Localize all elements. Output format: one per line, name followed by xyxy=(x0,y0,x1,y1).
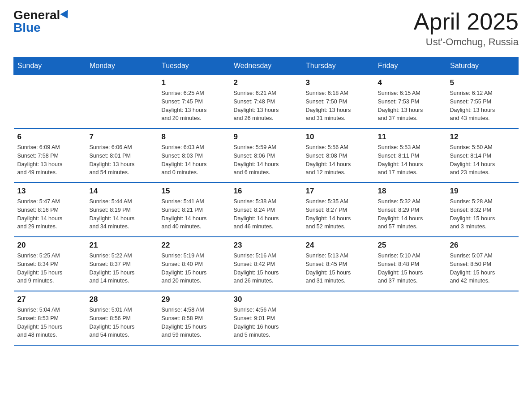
calendar-cell: 26Sunrise: 5:07 AMSunset: 8:50 PMDayligh… xyxy=(446,237,519,291)
day-info: Sunrise: 5:07 AMSunset: 8:50 PMDaylight:… xyxy=(450,252,515,285)
calendar-cell: 15Sunrise: 5:41 AMSunset: 8:21 PMDayligh… xyxy=(158,183,230,237)
day-number: 19 xyxy=(450,187,515,196)
day-number: 24 xyxy=(306,241,371,250)
day-number: 2 xyxy=(234,78,299,87)
calendar-week-4: 20Sunrise: 5:25 AMSunset: 8:34 PMDayligh… xyxy=(14,237,519,291)
day-info: Sunrise: 5:47 AMSunset: 8:16 PMDaylight:… xyxy=(17,197,82,231)
day-info: Sunrise: 5:41 AMSunset: 8:21 PMDaylight:… xyxy=(162,197,227,231)
calendar-cell: 14Sunrise: 5:44 AMSunset: 8:19 PMDayligh… xyxy=(86,183,158,237)
day-info: Sunrise: 6:06 AMSunset: 8:01 PMDaylight:… xyxy=(90,143,154,177)
day-info: Sunrise: 5:32 AMSunset: 8:29 PMDaylight:… xyxy=(378,197,443,231)
day-number: 29 xyxy=(162,295,227,304)
day-number: 11 xyxy=(378,133,443,141)
logo-blue-text: Blue xyxy=(13,21,41,34)
page-header: General Blue April 2025 Ust'-Omchug, Rus… xyxy=(13,9,519,48)
calendar-cell: 9Sunrise: 5:59 AMSunset: 8:06 PMDaylight… xyxy=(230,128,302,183)
day-info: Sunrise: 4:56 AMSunset: 9:01 PMDaylight:… xyxy=(234,306,299,339)
day-info: Sunrise: 5:19 AMSunset: 8:40 PMDaylight:… xyxy=(162,252,227,285)
calendar-cell: 20Sunrise: 5:25 AMSunset: 8:34 PMDayligh… xyxy=(14,237,86,291)
calendar-location: Ust'-Omchug, Russia xyxy=(414,36,519,48)
day-number: 23 xyxy=(234,241,299,250)
day-number: 26 xyxy=(450,241,515,250)
weekday-header-tuesday: Tuesday xyxy=(158,57,230,75)
day-info: Sunrise: 5:04 AMSunset: 8:53 PMDaylight:… xyxy=(17,306,82,339)
day-info: Sunrise: 5:10 AMSunset: 8:48 PMDaylight:… xyxy=(378,252,443,285)
day-number: 30 xyxy=(234,295,299,304)
calendar-cell xyxy=(14,75,86,129)
day-info: Sunrise: 5:53 AMSunset: 8:11 PMDaylight:… xyxy=(378,143,443,177)
day-number: 21 xyxy=(90,241,154,250)
day-info: Sunrise: 5:35 AMSunset: 8:27 PMDaylight:… xyxy=(306,197,371,231)
day-info: Sunrise: 5:44 AMSunset: 8:19 PMDaylight:… xyxy=(90,197,154,231)
calendar-cell xyxy=(302,291,374,345)
weekday-header-wednesday: Wednesday xyxy=(230,57,302,75)
day-number: 28 xyxy=(90,295,154,304)
day-info: Sunrise: 6:03 AMSunset: 8:03 PMDaylight:… xyxy=(162,143,227,177)
calendar-week-1: 1Sunrise: 6:25 AMSunset: 7:45 PMDaylight… xyxy=(14,75,519,129)
calendar-cell: 4Sunrise: 6:15 AMSunset: 7:53 PMDaylight… xyxy=(374,75,446,129)
calendar-cell: 30Sunrise: 4:56 AMSunset: 9:01 PMDayligh… xyxy=(230,291,302,345)
day-info: Sunrise: 5:16 AMSunset: 8:42 PMDaylight:… xyxy=(234,252,299,285)
calendar-cell: 8Sunrise: 6:03 AMSunset: 8:03 PMDaylight… xyxy=(158,128,230,183)
calendar-cell: 28Sunrise: 5:01 AMSunset: 8:56 PMDayligh… xyxy=(86,291,158,345)
day-number: 5 xyxy=(450,78,515,87)
calendar-cell: 27Sunrise: 5:04 AMSunset: 8:53 PMDayligh… xyxy=(14,291,86,345)
day-number: 4 xyxy=(378,78,443,87)
day-info: Sunrise: 5:38 AMSunset: 8:24 PMDaylight:… xyxy=(234,197,299,231)
day-number: 16 xyxy=(234,187,299,196)
day-number: 25 xyxy=(378,241,443,250)
calendar-cell: 23Sunrise: 5:16 AMSunset: 8:42 PMDayligh… xyxy=(230,237,302,291)
day-number: 12 xyxy=(450,133,515,141)
calendar-cell: 6Sunrise: 6:09 AMSunset: 7:58 PMDaylight… xyxy=(14,128,86,183)
day-info: Sunrise: 5:25 AMSunset: 8:34 PMDaylight:… xyxy=(17,252,82,285)
day-info: Sunrise: 5:56 AMSunset: 8:08 PMDaylight:… xyxy=(306,143,371,177)
calendar-body: 1Sunrise: 6:25 AMSunset: 7:45 PMDaylight… xyxy=(14,75,519,346)
day-info: Sunrise: 6:09 AMSunset: 7:58 PMDaylight:… xyxy=(17,143,82,177)
calendar-cell: 21Sunrise: 5:22 AMSunset: 8:37 PMDayligh… xyxy=(86,237,158,291)
calendar-header: SundayMondayTuesdayWednesdayThursdayFrid… xyxy=(14,57,519,75)
logo-triangle-icon xyxy=(60,10,72,21)
day-info: Sunrise: 6:18 AMSunset: 7:50 PMDaylight:… xyxy=(306,89,371,123)
day-info: Sunrise: 5:22 AMSunset: 8:37 PMDaylight:… xyxy=(90,252,154,285)
day-number: 17 xyxy=(306,187,371,196)
day-info: Sunrise: 5:28 AMSunset: 8:32 PMDaylight:… xyxy=(450,197,515,231)
day-number: 10 xyxy=(306,133,371,141)
calendar-cell: 25Sunrise: 5:10 AMSunset: 8:48 PMDayligh… xyxy=(374,237,446,291)
calendar-table: SundayMondayTuesdayWednesdayThursdayFrid… xyxy=(13,57,519,346)
calendar-cell: 17Sunrise: 5:35 AMSunset: 8:27 PMDayligh… xyxy=(302,183,374,237)
calendar-week-3: 13Sunrise: 5:47 AMSunset: 8:16 PMDayligh… xyxy=(14,183,519,237)
day-number: 20 xyxy=(17,241,82,250)
day-info: Sunrise: 5:13 AMSunset: 8:45 PMDaylight:… xyxy=(306,252,371,285)
calendar-cell xyxy=(86,75,158,129)
calendar-cell: 3Sunrise: 6:18 AMSunset: 7:50 PMDaylight… xyxy=(302,75,374,129)
logo-general-text: General xyxy=(13,9,60,21)
weekday-header-friday: Friday xyxy=(374,57,446,75)
calendar-week-2: 6Sunrise: 6:09 AMSunset: 7:58 PMDaylight… xyxy=(14,128,519,183)
calendar-cell: 12Sunrise: 5:50 AMSunset: 8:14 PMDayligh… xyxy=(446,128,519,183)
day-info: Sunrise: 6:15 AMSunset: 7:53 PMDaylight:… xyxy=(378,89,443,123)
day-number: 13 xyxy=(17,187,82,196)
calendar-cell: 22Sunrise: 5:19 AMSunset: 8:40 PMDayligh… xyxy=(158,237,230,291)
day-number: 3 xyxy=(306,78,371,87)
day-number: 8 xyxy=(162,133,227,141)
calendar-cell: 19Sunrise: 5:28 AMSunset: 8:32 PMDayligh… xyxy=(446,183,519,237)
calendar-cell: 10Sunrise: 5:56 AMSunset: 8:08 PMDayligh… xyxy=(302,128,374,183)
calendar-cell: 16Sunrise: 5:38 AMSunset: 8:24 PMDayligh… xyxy=(230,183,302,237)
calendar-cell: 11Sunrise: 5:53 AMSunset: 8:11 PMDayligh… xyxy=(374,128,446,183)
day-number: 14 xyxy=(90,187,154,196)
day-number: 6 xyxy=(17,133,82,141)
day-info: Sunrise: 6:25 AMSunset: 7:45 PMDaylight:… xyxy=(162,89,227,123)
calendar-cell: 29Sunrise: 4:58 AMSunset: 8:58 PMDayligh… xyxy=(158,291,230,345)
weekday-header-thursday: Thursday xyxy=(302,57,374,75)
title-block: April 2025 Ust'-Omchug, Russia xyxy=(414,9,519,48)
day-info: Sunrise: 4:58 AMSunset: 8:58 PMDaylight:… xyxy=(162,306,227,339)
calendar-title: April 2025 xyxy=(414,9,519,34)
calendar-cell: 13Sunrise: 5:47 AMSunset: 8:16 PMDayligh… xyxy=(14,183,86,237)
day-number: 15 xyxy=(162,187,227,196)
weekday-header-monday: Monday xyxy=(86,57,158,75)
calendar-week-5: 27Sunrise: 5:04 AMSunset: 8:53 PMDayligh… xyxy=(14,291,519,345)
weekday-header-sunday: Sunday xyxy=(14,57,86,75)
calendar-cell: 2Sunrise: 6:21 AMSunset: 7:48 PMDaylight… xyxy=(230,75,302,129)
calendar-cell: 7Sunrise: 6:06 AMSunset: 8:01 PMDaylight… xyxy=(86,128,158,183)
day-number: 18 xyxy=(378,187,443,196)
